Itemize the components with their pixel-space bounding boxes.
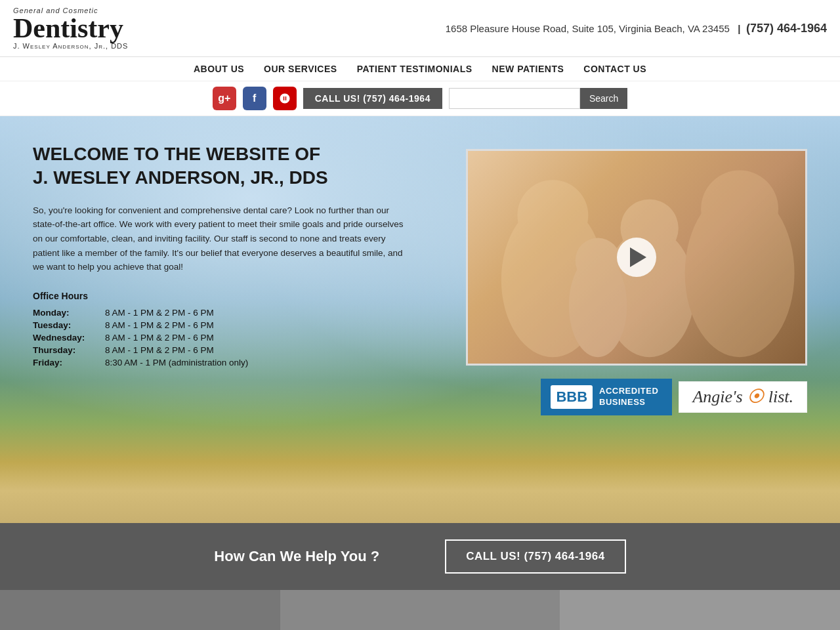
time-tuesday: 8 AM - 1 PM & 2 PM - 6 PM [105,320,214,330]
play-button[interactable] [617,238,656,277]
play-icon [630,247,646,267]
hours-friday: Friday: 8:30 AM - 1 PM (administration o… [33,358,413,368]
bbb-text: ACCREDITEDBUSINESS [599,386,658,408]
svg-point-7 [576,238,621,284]
hours-tuesday: Tuesday: 8 AM - 1 PM & 2 PM - 6 PM [33,320,413,330]
logo-name: J. Wesley Anderson, Jr., DDS [13,42,128,50]
day-tuesday: Tuesday: [33,320,105,330]
logo: General and Cosmetic Dentistry J. Wesley… [13,7,128,50]
header-contact: 1658 Pleasure House Road, Suite 105, Vir… [446,22,827,35]
nav-about[interactable]: ABOUT US [194,64,244,74]
hours-monday: Monday: 8 AM - 1 PM & 2 PM - 6 PM [33,308,413,318]
day-friday: Friday: [33,358,105,368]
search-input[interactable] [449,88,580,109]
bottom-bar-question: How Can We Help You ? [214,548,379,565]
office-hours-title: Office Hours [33,291,413,301]
toolbar: g+ f CALL US! (757) 464-1964 Search [0,81,840,116]
hero-section: WELCOME TO THE WEBSITE OF J. WESLEY ANDE… [0,116,840,523]
hours-table: Monday: 8 AM - 1 PM & 2 PM - 6 PM Tuesda… [33,308,413,368]
nav-testimonials[interactable]: PATIENT TESTIMONIALS [357,64,472,74]
phone-number: (757) 464-1964 [746,22,827,35]
hours-wednesday: Wednesday: 8 AM - 1 PM & 2 PM - 6 PM [33,333,413,343]
search-button[interactable]: Search [580,88,627,109]
facebook-icon[interactable]: f [243,87,266,110]
bbb-logo: BBB [551,385,593,409]
footer-thumb-1 [0,590,280,630]
angies-badge: Angie's ⦿ list. [679,381,807,413]
day-wednesday: Wednesday: [33,333,105,343]
hero-right-content: BBB ACCREDITEDBUSINESS Angie's ⦿ list. [440,142,807,415]
footer-section [0,590,840,630]
svg-point-1 [517,180,588,251]
yelp-icon[interactable] [273,87,297,110]
address-phone: 1658 Pleasure House Road, Suite 105, Vir… [446,22,827,35]
main-nav: ABOUT US OUR SERVICES PATIENT TESTIMONIA… [0,57,840,81]
day-monday: Monday: [33,308,105,318]
svg-point-5 [701,170,778,247]
hours-thursday: Thursday: 8 AM - 1 PM & 2 PM - 6 PM [33,345,413,355]
hero-body-text: So, you're looking for convenient and co… [33,203,413,274]
hero-left-content: WELCOME TO THE WEBSITE OF J. WESLEY ANDE… [33,142,413,415]
hero-title: WELCOME TO THE WEBSITE OF J. WESLEY ANDE… [33,142,413,190]
nav-new-patients[interactable]: NEW PATIENTS [492,64,564,74]
angies-text: Angie's ⦿ list. [692,387,793,407]
search-box: Search [449,88,627,109]
footer-thumb-3 [560,590,840,630]
site-header: General and Cosmetic Dentistry J. Wesley… [0,0,840,57]
time-friday: 8:30 AM - 1 PM (administration only) [105,358,248,368]
nav-contact[interactable]: CONTACT US [583,64,646,74]
bottom-call-button[interactable]: CALL US! (757) 464-1964 [445,539,626,574]
google-plus-icon[interactable]: g+ [213,87,236,110]
bottom-bar: How Can We Help You ? CALL US! (757) 464… [0,523,840,590]
call-button-toolbar[interactable]: CALL US! (757) 464-1964 [303,88,442,109]
time-thursday: 8 AM - 1 PM & 2 PM - 6 PM [105,345,214,355]
time-monday: 8 AM - 1 PM & 2 PM - 6 PM [105,308,214,318]
footer-thumb-2 [280,590,560,630]
bbb-badge: BBB ACCREDITEDBUSINESS [541,379,672,415]
address-text: 1658 Pleasure House Road, Suite 105, Vir… [446,23,730,34]
logo-dentistry: Dentistry [13,14,128,42]
nav-services[interactable]: OUR SERVICES [264,64,337,74]
time-wednesday: 8 AM - 1 PM & 2 PM - 6 PM [105,333,214,343]
badges-area: BBB ACCREDITEDBUSINESS Angie's ⦿ list. [541,379,807,415]
day-thursday: Thursday: [33,345,105,355]
video-thumbnail[interactable] [466,149,807,366]
